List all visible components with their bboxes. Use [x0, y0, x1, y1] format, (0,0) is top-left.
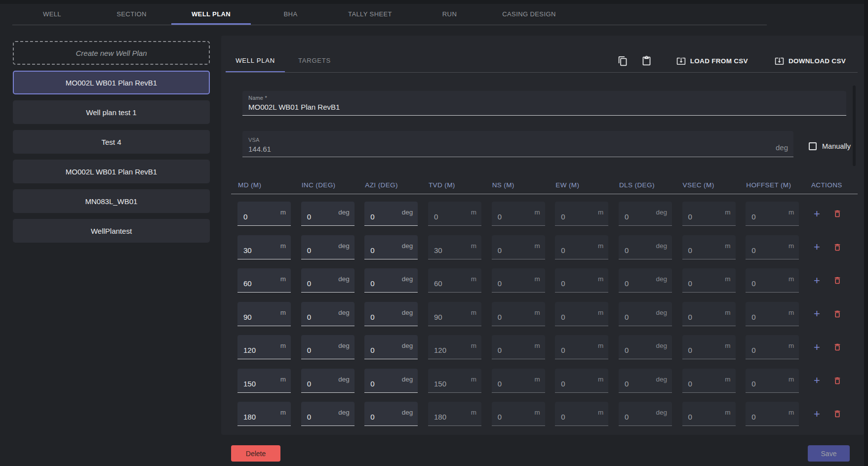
tvd-input: 180m: [428, 402, 481, 426]
ew-input: 0m: [555, 369, 608, 393]
cell-hoffset: 0m: [746, 369, 809, 393]
row-actions: +: [809, 235, 850, 259]
panel-scrollbar-thumb[interactable]: [853, 85, 856, 166]
unit-label: m: [598, 376, 603, 383]
cell-value: 60: [243, 279, 252, 288]
well-plan-item[interactable]: WellPlantest: [13, 219, 210, 243]
well-plan-item[interactable]: MO002L WB01 Plan RevB1: [13, 71, 210, 94]
download-csv-button[interactable]: DOWNLOAD CSV: [775, 56, 846, 66]
add-row-icon[interactable]: +: [814, 275, 820, 286]
cell-value: 30: [434, 246, 442, 254]
paste-icon[interactable]: [641, 56, 652, 66]
nav-tab-well-plan[interactable]: WELL PLAN: [171, 4, 251, 25]
unit-label: m: [598, 342, 603, 349]
dls-input: 0deg: [619, 268, 672, 293]
inc-input[interactable]: 0deg: [301, 402, 355, 426]
nav-tab-well[interactable]: WELL: [12, 4, 92, 25]
copy-icon[interactable]: [618, 56, 628, 66]
manually-checkbox[interactable]: Manually: [809, 142, 851, 150]
cell-ew: 0m: [555, 235, 619, 259]
unit-label: deg: [402, 409, 413, 416]
delete-row-icon[interactable]: [833, 276, 842, 285]
cell-inc: 0deg: [301, 235, 365, 259]
delete-button[interactable]: Delete: [231, 445, 280, 462]
md-input[interactable]: 180m: [237, 402, 291, 426]
add-row-icon[interactable]: +: [814, 409, 820, 420]
azi-input[interactable]: 0deg: [364, 302, 418, 326]
delete-row-icon[interactable]: [833, 409, 842, 419]
cell-value: 0: [751, 246, 755, 254]
md-input[interactable]: 120m: [237, 335, 291, 359]
nav-tab-tally-sheet[interactable]: TALLY SHEET: [330, 4, 410, 25]
add-row-icon[interactable]: +: [814, 342, 820, 353]
delete-row-icon[interactable]: [833, 209, 842, 218]
azi-input[interactable]: 0deg: [364, 369, 418, 393]
inc-input[interactable]: 0deg: [301, 369, 355, 393]
md-input[interactable]: 30m: [237, 235, 291, 259]
load-from-csv-button[interactable]: LOAD FROM CSV: [676, 56, 748, 66]
vsec-input: 0m: [682, 202, 736, 226]
azi-input[interactable]: 0deg: [364, 335, 418, 359]
inc-input[interactable]: 0deg: [301, 335, 355, 359]
row-actions: +: [809, 402, 850, 426]
cell-value: 150: [434, 380, 446, 388]
azi-input[interactable]: 0deg: [364, 202, 418, 226]
unit-label: m: [598, 242, 603, 250]
add-row-icon[interactable]: +: [814, 242, 820, 253]
cell-value: 0: [561, 346, 565, 354]
delete-row-icon[interactable]: [833, 243, 842, 252]
well-plan-item[interactable]: MO002L WB01 Plan RevB1: [13, 160, 210, 183]
table-row: 0m0deg0deg0m0m0m0deg0m0m+: [237, 202, 850, 226]
inc-input[interactable]: 0deg: [301, 268, 355, 293]
column-header-azi: AZI (DEG): [364, 181, 428, 189]
cell-tvd: 0m: [428, 202, 492, 226]
unit-label: deg: [338, 275, 350, 283]
nav-tab-casing-design[interactable]: CASING DESIGN: [489, 4, 569, 25]
md-input[interactable]: 60m: [237, 268, 291, 293]
add-row-icon[interactable]: +: [814, 308, 820, 319]
cell-vsec: 0m: [682, 302, 746, 326]
well-plan-item[interactable]: MN083L_WB01: [13, 189, 210, 213]
nav-tab-run[interactable]: RUN: [410, 4, 489, 25]
delete-row-icon[interactable]: [833, 376, 842, 385]
nav-tab-section[interactable]: SECTION: [92, 4, 171, 25]
azi-input[interactable]: 0deg: [364, 402, 418, 426]
vsec-input: 0m: [682, 268, 736, 293]
hoffset-input: 0m: [746, 335, 799, 359]
panel-tab-targets[interactable]: TARGETS: [285, 49, 344, 72]
cell-value: 0: [688, 212, 692, 221]
add-row-icon[interactable]: +: [814, 209, 820, 219]
unit-label: m: [280, 376, 286, 383]
table-header-row: MD (M)INC (DEG)AZI (DEG)TVD (M)NS (M)EW …: [237, 181, 850, 189]
nav-tab-bha[interactable]: BHA: [251, 4, 330, 25]
toolbar: LOAD FROM CSV DOWNLOAD CSV: [618, 49, 846, 72]
azi-input[interactable]: 0deg: [364, 235, 418, 259]
md-input[interactable]: 0m: [237, 202, 291, 226]
well-plan-list: MO002L WB01 Plan RevB1Well plan test 1Te…: [13, 71, 210, 243]
add-row-icon[interactable]: +: [814, 375, 820, 386]
inc-input[interactable]: 0deg: [301, 302, 355, 326]
dls-input: 0deg: [619, 335, 672, 359]
well-plan-item[interactable]: Test 4: [13, 130, 210, 154]
delete-row-icon[interactable]: [833, 342, 842, 352]
md-input[interactable]: 90m: [237, 302, 291, 326]
cell-value: 0: [625, 246, 629, 254]
page-scrollbar[interactable]: [864, 0, 868, 466]
well-plan-item[interactable]: Well plan test 1: [13, 100, 210, 124]
cell-ns: 0m: [492, 369, 555, 393]
delete-row-icon[interactable]: [833, 309, 842, 319]
unit-label: deg: [338, 242, 350, 250]
cell-dls: 0deg: [619, 235, 682, 259]
cell-inc: 0deg: [301, 268, 365, 293]
cell-value: 0: [561, 413, 565, 421]
save-button[interactable]: Save: [808, 445, 850, 462]
md-input[interactable]: 150m: [237, 369, 291, 393]
panel-tab-well-plan[interactable]: WELL PLAN: [226, 49, 285, 72]
inc-input[interactable]: 0deg: [301, 235, 355, 259]
name-input[interactable]: Name * MO002L WB01 Plan RevB1: [242, 91, 846, 116]
inc-input[interactable]: 0deg: [301, 202, 355, 226]
cell-azi: 0deg: [364, 402, 428, 426]
azi-input[interactable]: 0deg: [364, 268, 418, 293]
create-new-well-plan-button[interactable]: Create new Well Plan: [13, 41, 210, 65]
cell-value: 0: [307, 413, 311, 421]
